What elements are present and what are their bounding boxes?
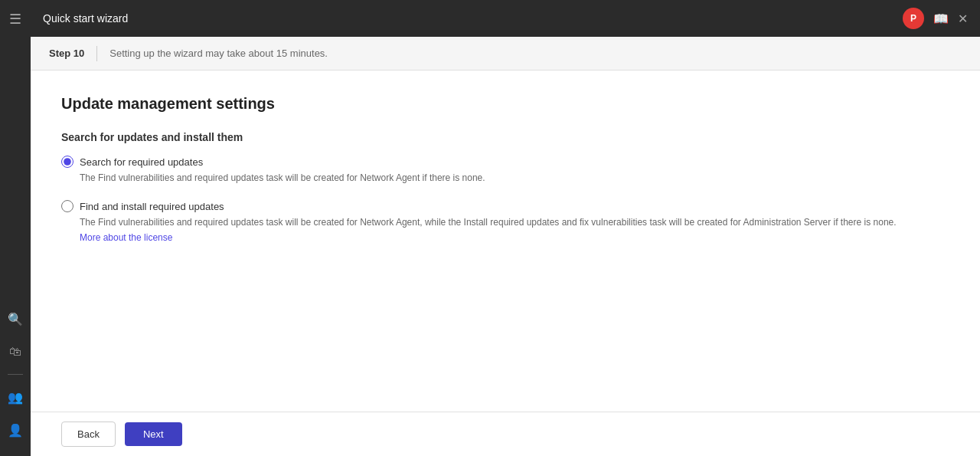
radio-option-search: Search for required updates The Find vul… <box>61 156 949 185</box>
radio-search-required[interactable] <box>61 156 74 168</box>
section-title: Search for updates and install them <box>61 131 949 143</box>
people-icon[interactable]: 👥 <box>5 387 26 408</box>
step-description: Setting up the wizard may take about 15 … <box>109 48 328 59</box>
radio-option-find-install: Find and install required updates The Fi… <box>61 200 949 243</box>
menu-icon[interactable]: ☰ <box>5 6 26 32</box>
avatar[interactable]: P <box>903 8 924 29</box>
radio-find-install-desc: The Find vulnerabilities and required up… <box>80 215 949 229</box>
sidebar: ☰ 🔍 🛍 👥 👤 <box>0 0 31 456</box>
book-icon[interactable]: 📖 <box>933 11 949 26</box>
radio-group: Search for required updates The Find vul… <box>61 156 949 243</box>
close-icon[interactable]: ✕ <box>958 11 968 26</box>
main-container: Quick start wizard P 📖 ✕ Step 10 Setting… <box>31 0 980 456</box>
back-button[interactable]: Back <box>61 422 116 447</box>
user-icon[interactable]: 👤 <box>5 420 26 441</box>
radio-search-required-label[interactable]: Search for required updates <box>80 156 203 168</box>
radio-search-required-desc: The Find vulnerabilities and required up… <box>80 171 949 185</box>
search-icon[interactable]: 🔍 <box>5 309 26 330</box>
radio-find-install-label[interactable]: Find and install required updates <box>80 201 224 212</box>
wizard-title: Quick start wizard <box>43 12 128 25</box>
step-bar: Step 10 Setting up the wizard may take a… <box>31 37 980 71</box>
more-about-license-link[interactable]: More about the license <box>80 232 949 243</box>
radio-find-install[interactable] <box>61 200 74 212</box>
step-label: Step 10 <box>49 48 84 59</box>
page-title: Update management settings <box>61 95 949 113</box>
next-button[interactable]: Next <box>125 422 182 446</box>
bag-icon[interactable]: 🛍 <box>6 342 24 362</box>
topbar: Quick start wizard P 📖 ✕ <box>31 0 980 37</box>
footer: Back Next <box>31 412 980 456</box>
step-divider <box>96 46 97 61</box>
content-area: Update management settings Search for up… <box>31 71 980 412</box>
